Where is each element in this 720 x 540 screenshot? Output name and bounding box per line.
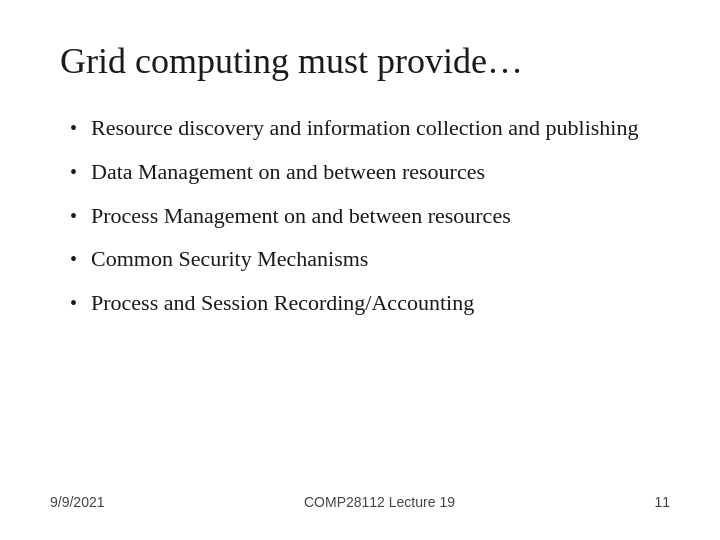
slide: Grid computing must provide… •Resource d…: [0, 0, 720, 540]
bullet-text: Process Management on and between resour…: [91, 201, 670, 231]
bullet-dot-icon: •: [70, 159, 77, 186]
list-item: •Data Management on and between resource…: [70, 157, 670, 187]
footer-page: 11: [654, 494, 670, 510]
footer-course: COMP28112 Lecture 19: [304, 494, 455, 510]
list-item: •Process Management on and between resou…: [70, 201, 670, 231]
slide-footer: 9/9/2021 COMP28112 Lecture 19 11: [50, 484, 670, 510]
list-item: •Common Security Mechanisms: [70, 244, 670, 274]
bullet-list: •Resource discovery and information coll…: [70, 113, 670, 484]
bullet-dot-icon: •: [70, 115, 77, 142]
bullet-text: Data Management on and between resources: [91, 157, 670, 187]
footer-date: 9/9/2021: [50, 494, 105, 510]
bullet-text: Process and Session Recording/Accounting: [91, 288, 670, 318]
bullet-dot-icon: •: [70, 246, 77, 273]
bullet-dot-icon: •: [70, 203, 77, 230]
bullet-dot-icon: •: [70, 290, 77, 317]
list-item: •Resource discovery and information coll…: [70, 113, 670, 143]
slide-title: Grid computing must provide…: [60, 40, 670, 83]
bullet-text: Common Security Mechanisms: [91, 244, 670, 274]
list-item: •Process and Session Recording/Accountin…: [70, 288, 670, 318]
bullet-text: Resource discovery and information colle…: [91, 113, 670, 143]
